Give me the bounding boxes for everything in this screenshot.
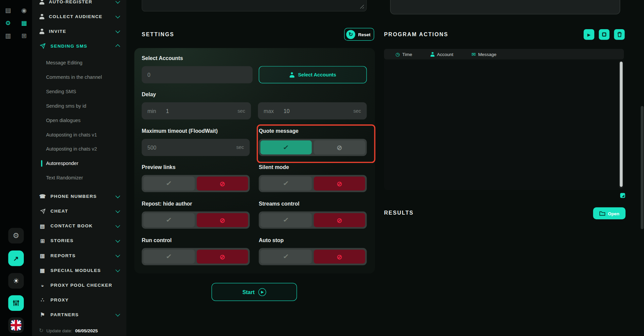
sidebar-item-stories[interactable]: ⊞ STORIES [32,233,127,248]
repost-no-button[interactable]: ⊘ [197,213,248,227]
delay-min-input[interactable]: min 1 sec [142,102,251,119]
theme-button[interactable]: ☀ [8,273,24,289]
check-icon: ✓ [166,253,172,260]
trash-icon [617,32,622,37]
database-icon[interactable]: ▤ [5,7,11,14]
reset-button[interactable]: ↻ Reset [344,28,374,41]
chevron-down-icon [116,14,120,18]
start-button[interactable]: Start ▶ [212,283,297,301]
sidebar-subitem-sending-sms-by-id[interactable]: Sending sms by id [32,99,127,113]
external-link-icon: ↗ [13,255,19,262]
gear-icon: ⚙ [13,231,19,240]
notes-icon[interactable]: ▥ [5,32,11,40]
page-scrollbar[interactable] [641,106,644,229]
users-icon [40,14,45,19]
chevron-down-icon [116,224,120,228]
filters-button[interactable] [8,295,24,311]
language-button[interactable] [8,318,24,333]
silent-mode-no-button[interactable]: ⊘ [314,177,365,191]
column-account: Account [430,52,471,57]
run-control-no-button[interactable]: ⊘ [197,249,248,264]
subitem-label: Open dialogues [46,117,80,123]
table-resize-icon[interactable] [620,193,625,198]
sidebar-subitem-open-dialogues[interactable]: Open dialogues [32,113,127,127]
sidebar-item-proxy[interactable]: ∴ PROXY [32,292,127,307]
timeout-value: 500 [148,144,157,150]
proxy-nodes-icon: ∴ [40,297,46,303]
delay-max-input[interactable]: max 10 sec [258,102,367,119]
sidebar-item-label: PROXY POOL CHECKER [51,282,112,287]
gear-icon[interactable]: ⚙ [5,19,11,27]
sitemap-icon[interactable]: ⊞ [21,32,26,40]
phone-icon: ☎ [40,193,46,199]
silent-mode-yes-button[interactable]: ✓ [260,177,312,191]
sidebar-item-special-modules[interactable]: ▦ SPECIAL MODULES [32,263,127,278]
sidebar-item-contact-book[interactable]: ▤ CONTACT BOOK [32,218,127,233]
silent-mode-toggle: ✓ ⊘ [259,175,367,192]
sidebar-subitem-autoresponder[interactable]: Autoresponder [32,156,127,170]
settings-title: SETTINGS [142,31,174,37]
sidebar-item-cheat[interactable]: CHEAT [32,204,127,218]
sidebar-subitem-autoposting-in-chats-v1[interactable]: Autoposting in chats v1 [32,127,127,142]
sidebar-subitem-sending-sms[interactable]: Sending SMS [32,84,127,99]
auto-stop-no-button[interactable]: ⊘ [314,249,365,264]
sidebar-item-label: INVITE [49,29,66,34]
open-results-button[interactable]: Open [593,207,626,219]
sidebar-item-collect-audience[interactable]: COLLECT AUDIENCE [32,9,127,24]
sidebar-subitem-message-editing[interactable]: Message Editing [32,55,127,70]
sidebar-subitem-autoposting-in-chats-v2[interactable]: Autoposting in chats v2 [32,142,127,156]
sidebar-item-proxy-pool-checker[interactable]: ◒ PROXY POOL CHECKER [32,278,127,292]
clock-icon: ◷ [395,51,400,57]
message-textarea[interactable] [142,0,367,11]
repost-hide-author-toggle: ✓ ⊘ [142,212,250,229]
profile-icon[interactable]: ◉ [21,7,27,14]
preview-links-no-button[interactable]: ⊘ [197,177,248,191]
settings-rail-button[interactable]: ⚙ [8,228,24,244]
sidebar-item-sending-sms[interactable]: SENDING SMS [32,39,127,53]
streams-no-button[interactable]: ⊘ [314,213,365,227]
accounts-count-input[interactable]: 0 [142,66,253,83]
column-label: Account [437,52,453,57]
sidebar-item-reports[interactable]: ▥ REPORTS [32,248,127,263]
program-textarea[interactable] [390,0,620,14]
quote-message-no-button[interactable]: ⊘ [314,141,365,155]
sec-suffix: sec [236,145,244,150]
run-program-button[interactable]: ▶ [584,29,594,40]
chevron-down-icon [116,313,120,317]
sidebar-item-invite[interactable]: INVITE [32,24,127,39]
sidebar-subitem-text-randomizer[interactable]: Text Randomizer [32,170,127,185]
sidebar-item-label: COLLECT AUDIENCE [49,14,103,19]
preview-links-yes-button[interactable]: ✓ [143,177,195,191]
reset-label: Reset [358,32,371,37]
envelope-icon: ✉ [472,51,476,57]
auto-stop-yes-button[interactable]: ✓ [260,249,312,264]
quote-message-yes-button[interactable]: ✓ [260,141,312,155]
sidebar-nav: AUTO-REGISTER COLLECT AUDIENCE INVITE SE… [32,0,127,322]
repost-yes-button[interactable]: ✓ [143,213,195,227]
subitem-label: Text Randomizer [46,175,83,180]
subitem-label: Autoresponder [46,160,78,166]
chevron-down-icon [116,29,120,33]
check-icon: ✓ [283,144,289,151]
table-scrollbar-thumb[interactable] [620,62,623,187]
external-link-button[interactable]: ↗ [8,250,24,266]
streams-yes-button[interactable]: ✓ [260,213,312,227]
timeout-input[interactable]: 500 sec [142,139,250,156]
table-scrollbar[interactable] [619,61,623,188]
select-accounts-button[interactable]: Select Accounts [259,66,367,83]
sidebar-item-phone-numbers[interactable]: ☎ PHONE NUMBERS [32,189,127,204]
run-control-yes-button[interactable]: ✓ [143,249,195,264]
quote-message-toggle: ✓ ⊘ [259,139,367,156]
card-icon[interactable]: ▦ [21,19,27,27]
clear-program-button[interactable] [614,29,625,40]
repost-hide-author-label: Repost: hide author [142,201,192,207]
run-control-label: Run control [142,237,171,243]
sidebar-item-partners[interactable]: ⚑ PARTNERS [32,307,127,322]
sidebar-subitem-comments-in-the-channel[interactable]: Comments in the channel [32,70,127,84]
sliders-icon [12,299,20,307]
chevron-down-icon [116,254,120,258]
sidebar-item-auto-register[interactable]: AUTO-REGISTER [32,0,127,9]
program-actions-table-body [384,60,624,190]
stop-program-button[interactable] [599,29,609,40]
sidebar-item-label: SPECIAL MODULES [51,268,101,273]
